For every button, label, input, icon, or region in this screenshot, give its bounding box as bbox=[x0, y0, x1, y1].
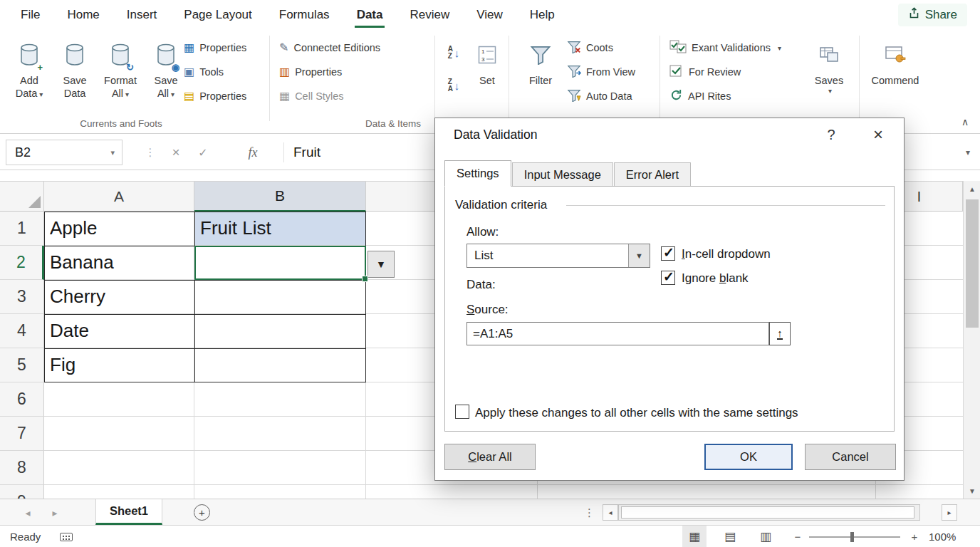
zoom-in-icon[interactable]: + bbox=[906, 526, 923, 547]
menu-data[interactable]: Data bbox=[343, 0, 397, 30]
scroll-down-icon[interactable]: ▼ bbox=[964, 483, 980, 499]
select-all-corner[interactable] bbox=[0, 182, 44, 212]
properties-button-2[interactable]: ▤ Properties bbox=[184, 85, 246, 107]
cell-A3[interactable]: Cherry bbox=[44, 280, 194, 314]
cell-B9[interactable] bbox=[194, 485, 366, 499]
normal-view-icon[interactable]: ▦ bbox=[682, 526, 707, 547]
formula-bar-expand-icon[interactable]: ▾ bbox=[959, 140, 977, 165]
horizontal-scrollbar[interactable] bbox=[618, 504, 920, 521]
save-all-button[interactable]: ◉ Save All▾ bbox=[144, 36, 188, 123]
commend-button[interactable]: Commend bbox=[867, 36, 923, 123]
ok-button[interactable]: OK bbox=[704, 444, 793, 470]
from-view-button[interactable]: From View bbox=[567, 61, 635, 83]
connectet-editions-button[interactable]: ✎ Connectet Editions bbox=[279, 37, 380, 58]
tab-input-message[interactable]: Input Message bbox=[512, 162, 613, 186]
next-sheet-icon[interactable]: ▸ bbox=[44, 499, 66, 526]
vertical-scrollbar-thumb[interactable] bbox=[966, 199, 979, 328]
tools-button[interactable]: ▣ Tools bbox=[184, 61, 224, 83]
horizontal-scrollbar-thumb[interactable] bbox=[621, 506, 914, 519]
cancel-icon[interactable]: × bbox=[165, 140, 187, 165]
zoom-out-icon[interactable]: − bbox=[789, 526, 806, 547]
row-header-3[interactable]: 3 bbox=[0, 280, 44, 314]
collapse-dialog-button[interactable]: ↑ bbox=[769, 322, 791, 345]
hscroll-right-icon[interactable]: ▸ bbox=[942, 504, 957, 521]
cell-dropdown-button[interactable]: ▼ bbox=[368, 251, 395, 278]
set-button[interactable]: 13 Set bbox=[469, 36, 506, 123]
zoom-slider[interactable] bbox=[809, 536, 900, 538]
row-header-7[interactable]: 7 bbox=[0, 417, 44, 451]
row-header-4[interactable]: 4 bbox=[0, 314, 44, 348]
auto-data-button[interactable]: Auto Data bbox=[567, 85, 632, 107]
combo-dropdown-icon[interactable]: ▼ bbox=[628, 244, 650, 267]
tab-error-alert[interactable]: Error Alert bbox=[614, 162, 691, 186]
cell-C9[interactable] bbox=[366, 485, 538, 499]
row-header-1[interactable]: 1 bbox=[0, 212, 44, 246]
menu-formulas[interactable]: Formulas bbox=[266, 0, 343, 30]
cell-A5[interactable]: Fig bbox=[44, 348, 194, 382]
cell-A9[interactable] bbox=[44, 485, 194, 499]
coots-button[interactable]: Coots bbox=[567, 37, 613, 58]
cell-A1[interactable]: Apple bbox=[44, 212, 194, 246]
help-icon[interactable]: ? bbox=[818, 118, 844, 151]
cell-styles-button[interactable]: ▦ Cell Styles bbox=[279, 85, 344, 107]
menu-help[interactable]: Help bbox=[516, 0, 568, 30]
menu-view[interactable]: View bbox=[463, 0, 516, 30]
source-input[interactable] bbox=[466, 322, 769, 345]
keyboard-shortcuts-icon[interactable] bbox=[60, 526, 73, 547]
ignore-blank-checkbox[interactable] bbox=[661, 271, 675, 285]
cell-A2[interactable]: Banana bbox=[44, 246, 194, 280]
zoom-slider-thumb[interactable] bbox=[850, 532, 854, 542]
menu-home[interactable]: Home bbox=[53, 0, 113, 30]
tab-settings[interactable]: Settings bbox=[444, 160, 511, 187]
column-header-a[interactable]: A bbox=[44, 182, 194, 212]
sort-descending-button[interactable]: ZA ↓ bbox=[439, 73, 469, 98]
add-data-button[interactable]: + Add Data▾ bbox=[7, 36, 51, 123]
cell-B3[interactable] bbox=[194, 280, 366, 314]
name-box-dropdown-icon[interactable]: ▾ bbox=[110, 148, 122, 157]
fx-icon[interactable]: fx bbox=[242, 140, 264, 165]
menu-review[interactable]: Review bbox=[396, 0, 463, 30]
column-header-b[interactable]: B bbox=[194, 182, 366, 212]
menu-insert[interactable]: Insert bbox=[113, 0, 171, 30]
menu-file[interactable]: File bbox=[7, 0, 53, 30]
exant-validations-button[interactable]: Exant Validations ▾ bbox=[669, 37, 781, 58]
row-header-5[interactable]: 5 bbox=[0, 348, 44, 382]
share-button[interactable]: Share bbox=[898, 4, 967, 26]
name-box[interactable]: B2 ▾ bbox=[6, 140, 123, 165]
page-break-view-icon[interactable]: ▥ bbox=[754, 526, 778, 547]
filter-button[interactable]: Filter bbox=[518, 36, 563, 123]
row-header-9[interactable]: 9 bbox=[0, 485, 44, 499]
for-review-button[interactable]: For Review bbox=[669, 61, 741, 83]
api-rites-button[interactable]: API Rites bbox=[669, 85, 731, 107]
menu-page-layout[interactable]: Page Layout bbox=[170, 0, 265, 30]
allow-dropdown[interactable]: List ▼ bbox=[466, 244, 650, 268]
cell-B8[interactable] bbox=[194, 451, 366, 485]
save-data-button[interactable]: Save Data bbox=[53, 36, 97, 123]
incell-dropdown-checkbox[interactable] bbox=[661, 246, 675, 261]
formula-bar-content[interactable]: Fruit bbox=[293, 140, 320, 165]
cell-B4[interactable] bbox=[194, 314, 366, 348]
cell-B5[interactable] bbox=[194, 348, 366, 382]
enter-icon[interactable]: ✓ bbox=[192, 140, 214, 165]
properties-button-1[interactable]: ▦ Properties bbox=[184, 37, 246, 58]
clear-all-button[interactable]: Clear All bbox=[444, 444, 536, 470]
close-icon[interactable]: × bbox=[865, 118, 891, 151]
format-all-button[interactable]: ↻ Format All▾ bbox=[98, 36, 142, 123]
add-sheet-button[interactable]: + bbox=[194, 504, 210, 521]
cell-A4[interactable]: Date bbox=[44, 314, 194, 348]
cell-A7[interactable] bbox=[44, 417, 194, 451]
prev-sheet-icon[interactable]: ◂ bbox=[17, 499, 38, 526]
cell-B7[interactable] bbox=[194, 417, 366, 451]
cell-B6[interactable] bbox=[194, 382, 366, 417]
properties-button-3[interactable]: ▥ Properties bbox=[279, 61, 342, 83]
page-layout-view-icon[interactable]: ▤ bbox=[718, 526, 742, 547]
sort-ascending-button[interactable]: AZ ↓ bbox=[439, 40, 469, 66]
row-header-2[interactable]: 2 bbox=[0, 246, 44, 280]
cell-B1[interactable]: Fruit List bbox=[194, 212, 366, 246]
zoom-level-label[interactable]: 100% bbox=[929, 526, 956, 547]
cancel-button[interactable]: Cancel bbox=[805, 444, 896, 470]
row-header-6[interactable]: 6 bbox=[0, 382, 44, 417]
row-header-8[interactable]: 8 bbox=[0, 451, 44, 485]
fill-handle[interactable] bbox=[362, 276, 368, 282]
sheet-tab-sheet1[interactable]: Sheet1 bbox=[95, 499, 162, 525]
